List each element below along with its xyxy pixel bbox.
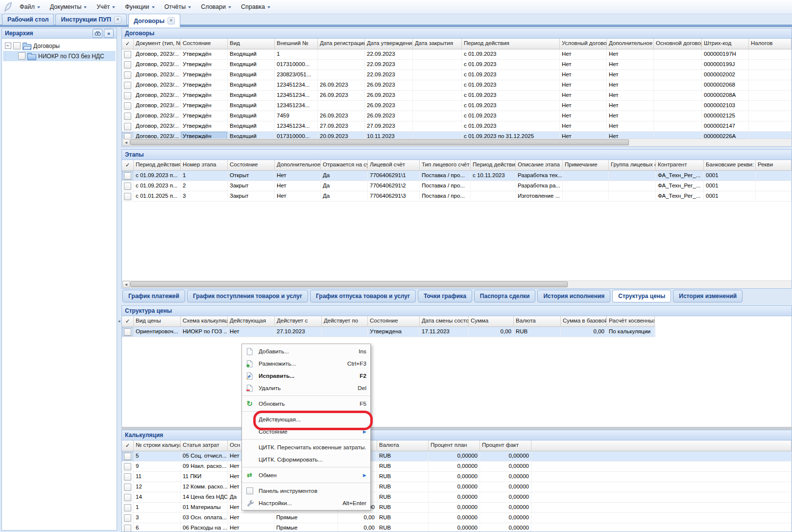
checkbox-cell[interactable]: [122, 80, 134, 90]
checkbox-cell[interactable]: [122, 523, 134, 532]
menu-4[interactable]: Отчёты: [160, 2, 196, 12]
search-button[interactable]: [93, 29, 102, 38]
table-row[interactable]: Договор, 2023/...УтверждёнВходящий017310…: [122, 132, 792, 139]
column-header[interactable]: Примечание: [563, 160, 609, 171]
column-header[interactable]: Банковские рекви:: [704, 160, 756, 171]
row-checkbox[interactable]: [124, 525, 131, 532]
menu-0[interactable]: Файл: [15, 2, 45, 12]
row-checkbox[interactable]: [124, 484, 131, 491]
table-row[interactable]: Договор, 2023/...УтверждёнВходящий017310…: [122, 60, 792, 70]
tab-2[interactable]: Договоры×: [128, 14, 180, 27]
checkbox-cell[interactable]: [122, 70, 134, 80]
column-header[interactable]: Дополнительное с: [607, 39, 654, 49]
column-header[interactable]: Период действия д: [471, 160, 516, 171]
table-row[interactable]: 303 Осн. оплата...НетПрямые0,00RUB0,0000…: [122, 513, 792, 523]
column-header[interactable]: [531, 440, 792, 451]
column-header[interactable]: Период действия: [462, 39, 560, 49]
function-tab-6[interactable]: Структура цены: [612, 290, 671, 302]
row-checkbox[interactable]: [124, 133, 131, 139]
column-header[interactable]: Действующая: [228, 316, 275, 327]
row-checkbox[interactable]: [124, 463, 131, 470]
column-header[interactable]: Внешний №: [275, 39, 318, 49]
column-header[interactable]: Процент факт: [480, 440, 531, 451]
tab-0[interactable]: Рабочий стол: [2, 14, 54, 25]
checkbox-cell[interactable]: [122, 503, 134, 512]
dogovory-hscrollbar[interactable]: ◄: [122, 139, 792, 146]
column-header[interactable]: Сумма: [469, 316, 514, 327]
table-row[interactable]: с 01.09.2023 п...1ОткрытНетДа7706406291\…: [122, 171, 792, 181]
context-menu-item-15[interactable]: Панель инструментов: [242, 485, 370, 497]
row-checkbox[interactable]: [124, 123, 131, 130]
column-header[interactable]: Действует с: [275, 316, 322, 327]
table-row[interactable]: 101 МатериалыНетПрямые0,00RUB0,000000,00…: [122, 503, 792, 513]
column-header[interactable]: ✓: [122, 160, 134, 171]
column-header[interactable]: Период действия..: [134, 160, 181, 171]
row-checkbox[interactable]: [124, 61, 131, 69]
tree-checkbox[interactable]: [13, 42, 21, 49]
column-header[interactable]: Лицевой счёт: [368, 160, 420, 171]
column-header[interactable]: ✓: [122, 440, 134, 451]
context-menu-item-10[interactable]: ЦИТК. Пересчитать косвенные затраты...: [242, 441, 370, 453]
function-tab-3[interactable]: Точки графика: [418, 290, 472, 302]
table-row[interactable]: Договор, 2023/...УтверждёнВходящий122.09…: [122, 49, 792, 60]
context-menu-item-7[interactable]: Действующая...: [242, 413, 370, 425]
column-header[interactable]: Дополнительное с: [275, 160, 321, 171]
row-checkbox[interactable]: [124, 183, 131, 190]
collapse-panel-button[interactable]: «: [104, 29, 114, 38]
column-header[interactable]: Дата смены состоя: [420, 316, 469, 327]
table-row[interactable]: 1111 ПКИНетRUB0,000000,00000: [122, 472, 792, 482]
checkbox-cell[interactable]: [122, 513, 134, 523]
checkbox-cell[interactable]: [122, 472, 134, 482]
table-row[interactable]: с 01.09.2023 п...2ЗакрытНетДа7706406291\…: [122, 181, 792, 191]
column-header[interactable]: ✓: [122, 39, 134, 49]
row-checkbox[interactable]: [124, 193, 131, 200]
function-tab-4[interactable]: Паспорта сделки: [474, 290, 536, 302]
column-header[interactable]: ✓: [122, 316, 134, 327]
checkbox-cell[interactable]: [122, 91, 134, 100]
table-row[interactable]: Договор, 2023/...УтверждёнВходящий123451…: [122, 91, 792, 101]
column-header[interactable]: Дата регистрации.: [318, 39, 365, 49]
checkbox-cell[interactable]: [122, 492, 134, 502]
row-checkbox[interactable]: [124, 71, 131, 79]
context-menu-item-3[interactable]: УдалитьDel: [242, 382, 370, 394]
table-row[interactable]: Договор, 2023/...УтверждёнВходящий123451…: [122, 80, 792, 91]
row-checkbox[interactable]: [124, 514, 131, 522]
table-row[interactable]: Ориентировоч...НИОКР по ГОЗ ...Нет27.10.…: [122, 327, 655, 337]
menu-1[interactable]: Документы: [45, 2, 92, 12]
column-header[interactable]: Тип лицевого счёт: [420, 160, 471, 171]
checkbox-cell[interactable]: [122, 60, 134, 69]
row-checkbox[interactable]: [124, 82, 131, 89]
row-checkbox[interactable]: [124, 328, 131, 336]
scrollbar-thumb[interactable]: [130, 139, 629, 145]
tree-node-label[interactable]: Договоры: [33, 43, 60, 49]
column-header[interactable]: Описание этапа: [516, 160, 563, 171]
function-tab-7[interactable]: История изменений: [673, 290, 743, 302]
tree-node-label[interactable]: НИОКР по ГОЗ без НДС: [38, 53, 104, 60]
table-row[interactable]: с 01.01.2025 п...3ЗакрытНетДа7706406291\…: [122, 191, 792, 202]
column-header[interactable]: Дата утверждения: [365, 39, 413, 49]
column-header[interactable]: Контрагент: [656, 160, 704, 171]
checkbox-cell[interactable]: [122, 181, 134, 191]
menu-5[interactable]: Словари: [196, 2, 236, 12]
column-header[interactable]: Расчёт косвенных: [607, 316, 655, 327]
checkbox-cell[interactable]: [122, 121, 134, 131]
tree-checkbox[interactable]: [18, 52, 25, 60]
etapy-hscrollbar[interactable]: ◄: [122, 280, 792, 288]
collapse-arrow-icon[interactable]: ◄: [117, 319, 121, 324]
context-menu-item-1[interactable]: Размножить...Ctrl+F3: [242, 357, 370, 370]
close-icon[interactable]: ×: [168, 17, 175, 24]
column-header[interactable]: Сумма в базовой в: [561, 316, 607, 327]
menu-2[interactable]: Учёт: [92, 2, 120, 12]
table-row[interactable]: Договор, 2023/...УтверждёнВходящий745926…: [122, 111, 792, 121]
column-header[interactable]: Группа лицевых сч: [609, 160, 656, 171]
close-icon[interactable]: ×: [114, 16, 121, 23]
function-tab-0[interactable]: График платежей: [122, 290, 185, 302]
column-header[interactable]: Валюта: [377, 440, 429, 451]
row-checkbox[interactable]: [124, 473, 131, 481]
checkbox-cell[interactable]: [122, 132, 134, 139]
checkbox-cell[interactable]: [122, 111, 134, 121]
context-menu-item-2[interactable]: Исправить...F2: [242, 370, 370, 382]
column-header[interactable]: Номер этапа: [181, 160, 228, 171]
checkbox-cell[interactable]: [122, 191, 134, 201]
table-row[interactable]: 1414 Цена без НДСДаRUB0,000000,00000: [122, 492, 792, 503]
